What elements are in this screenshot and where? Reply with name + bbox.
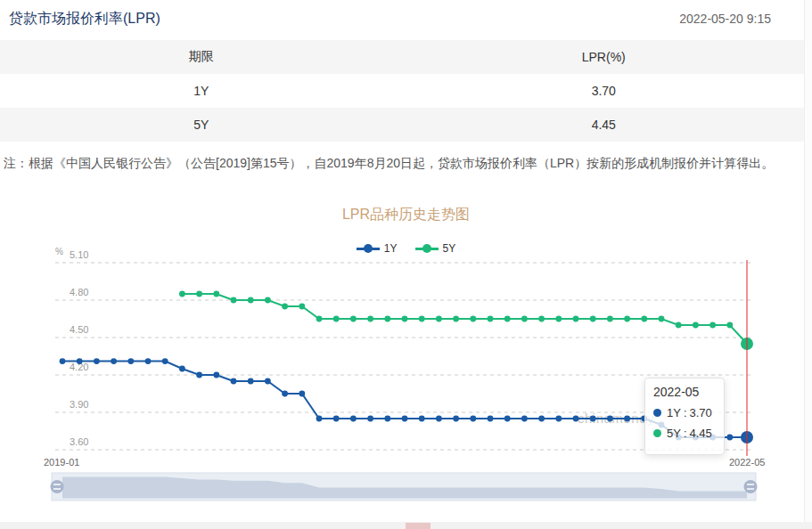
datazoom-handle-left[interactable] — [50, 479, 64, 493]
tooltip-row-1y: 1Y : 3.70 — [653, 406, 716, 419]
datazoom-slider[interactable] — [52, 473, 756, 501]
footer-peek — [406, 523, 431, 529]
tooltip-date: 2022-05 — [653, 385, 716, 399]
svg-text:3.60: 3.60 — [70, 436, 88, 447]
chart-tooltip: 2022-05 1Y : 3.70 5Y : 4.45 — [644, 378, 725, 455]
series-dot-icon — [653, 409, 661, 417]
x-axis-label-start: 2019-01 — [44, 457, 79, 468]
svg-text:4.50: 4.50 — [70, 324, 88, 335]
tooltip-separator: : — [684, 427, 687, 440]
tooltip-series-value: 3.70 — [690, 406, 712, 419]
tooltip-separator: : — [684, 406, 687, 419]
scrollbar-gutter[interactable] — [804, 0, 812, 529]
series-dot-icon — [653, 429, 661, 437]
svg-text:5.10: 5.10 — [70, 249, 88, 260]
svg-text:4.80: 4.80 — [70, 287, 88, 297]
tooltip-row-5y: 5Y : 4.45 — [653, 427, 716, 440]
tooltip-series-name: 1Y — [667, 406, 681, 419]
tooltip-series-name: 5Y — [667, 427, 681, 440]
svg-text:3.90: 3.90 — [70, 399, 88, 410]
tooltip-series-value: 4.45 — [690, 427, 712, 440]
lpr-page: 贷款市场报价利率(LPR) 2022-05-20 9:15 期限 LPR(%) … — [0, 0, 812, 529]
datazoom-handle-right[interactable] — [743, 479, 758, 493]
svg-text:%: % — [55, 247, 63, 256]
x-axis-label-end: 2022-05 — [729, 457, 765, 468]
